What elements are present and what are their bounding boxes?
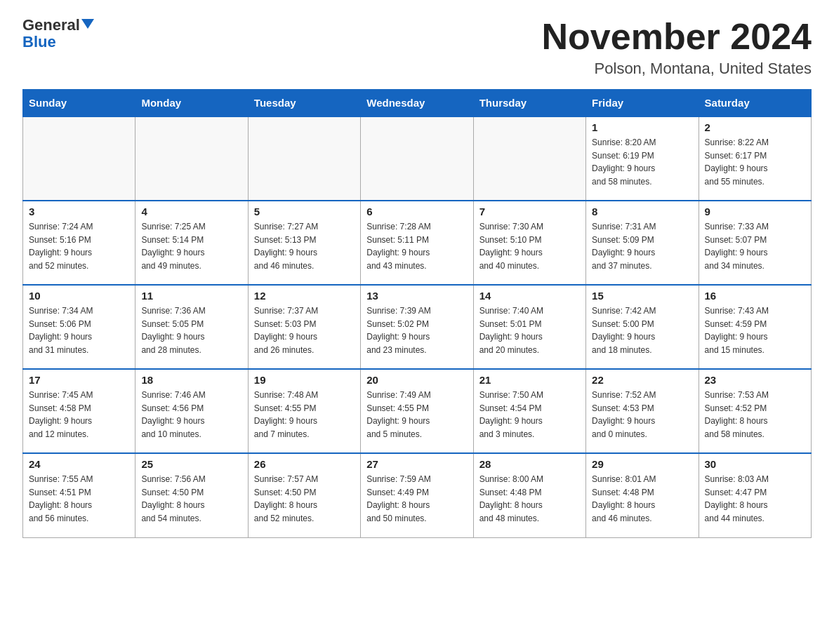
title-block: November 2024 Polson, Montana, United St… [542, 17, 812, 78]
day-number: 9 [705, 206, 805, 217]
day-number: 21 [479, 374, 580, 386]
calendar-cell: 4Sunrise: 7:25 AMSunset: 5:14 PMDaylight… [135, 201, 248, 285]
logo-text: GeneralBlue [22, 17, 94, 51]
month-title: November 2024 [542, 17, 812, 57]
day-info: Sunrise: 7:50 AMSunset: 4:54 PMDaylight:… [479, 389, 580, 441]
day-number: 15 [592, 290, 692, 302]
day-number: 23 [705, 374, 805, 386]
calendar-cell: 15Sunrise: 7:42 AMSunset: 5:00 PMDayligh… [586, 285, 699, 369]
col-header-wednesday: Wednesday [361, 90, 473, 117]
day-number: 19 [254, 374, 355, 386]
day-info: Sunrise: 7:59 AMSunset: 4:49 PMDaylight:… [366, 473, 467, 525]
col-header-saturday: Saturday [699, 90, 811, 117]
day-info: Sunrise: 8:20 AMSunset: 6:19 PMDaylight:… [592, 136, 692, 188]
day-info: Sunrise: 8:00 AMSunset: 4:48 PMDaylight:… [479, 473, 580, 525]
calendar-cell: 2Sunrise: 8:22 AMSunset: 6:17 PMDaylight… [699, 116, 811, 201]
day-info: Sunrise: 7:25 AMSunset: 5:14 PMDaylight:… [141, 220, 241, 272]
calendar-cell: 28Sunrise: 8:00 AMSunset: 4:48 PMDayligh… [473, 453, 585, 537]
day-number: 22 [592, 374, 692, 386]
day-info: Sunrise: 8:01 AMSunset: 4:48 PMDaylight:… [592, 473, 692, 525]
day-info: Sunrise: 7:28 AMSunset: 5:11 PMDaylight:… [366, 220, 467, 272]
calendar-cell: 19Sunrise: 7:48 AMSunset: 4:55 PMDayligh… [248, 369, 360, 453]
day-number: 18 [141, 374, 241, 386]
col-header-monday: Monday [135, 90, 248, 117]
day-number: 2 [705, 121, 805, 133]
day-number: 27 [366, 458, 467, 470]
calendar-cell: 3Sunrise: 7:24 AMSunset: 5:16 PMDaylight… [23, 201, 135, 285]
day-number: 4 [141, 206, 241, 217]
day-number: 16 [705, 290, 805, 302]
day-info: Sunrise: 7:30 AMSunset: 5:10 PMDaylight:… [479, 220, 580, 272]
day-info: Sunrise: 7:36 AMSunset: 5:05 PMDaylight:… [141, 304, 241, 356]
calendar-cell: 24Sunrise: 7:55 AMSunset: 4:51 PMDayligh… [23, 453, 135, 537]
day-info: Sunrise: 7:40 AMSunset: 5:01 PMDaylight:… [479, 304, 580, 356]
day-number: 6 [366, 206, 467, 217]
week-row-4: 17Sunrise: 7:45 AMSunset: 4:58 PMDayligh… [23, 369, 812, 453]
calendar-cell: 29Sunrise: 8:01 AMSunset: 4:48 PMDayligh… [586, 453, 699, 537]
calendar-cell: 30Sunrise: 8:03 AMSunset: 4:47 PMDayligh… [699, 453, 811, 537]
page-header: GeneralBlue November 2024 Polson, Montan… [22, 17, 812, 78]
calendar-cell: 11Sunrise: 7:36 AMSunset: 5:05 PMDayligh… [135, 285, 248, 369]
day-info: Sunrise: 7:24 AMSunset: 5:16 PMDaylight:… [29, 220, 129, 272]
calendar-cell [248, 116, 360, 201]
day-info: Sunrise: 7:27 AMSunset: 5:13 PMDaylight:… [254, 220, 355, 272]
calendar-cell: 22Sunrise: 7:52 AMSunset: 4:53 PMDayligh… [586, 369, 699, 453]
day-number: 17 [29, 374, 129, 386]
week-row-3: 10Sunrise: 7:34 AMSunset: 5:06 PMDayligh… [23, 285, 812, 369]
logo: GeneralBlue [22, 17, 94, 51]
day-number: 13 [366, 290, 467, 302]
calendar-cell [473, 116, 585, 201]
day-number: 1 [592, 121, 692, 133]
day-number: 3 [29, 206, 129, 217]
calendar-cell [361, 116, 473, 201]
day-info: Sunrise: 7:55 AMSunset: 4:51 PMDaylight:… [29, 473, 129, 525]
calendar-cell: 25Sunrise: 7:56 AMSunset: 4:50 PMDayligh… [135, 453, 248, 537]
day-number: 26 [254, 458, 355, 470]
calendar-cell: 7Sunrise: 7:30 AMSunset: 5:10 PMDaylight… [473, 201, 585, 285]
day-number: 12 [254, 290, 355, 302]
day-info: Sunrise: 7:53 AMSunset: 4:52 PMDaylight:… [705, 389, 805, 441]
location: Polson, Montana, United States [542, 60, 812, 78]
calendar-cell [135, 116, 248, 201]
day-number: 10 [29, 290, 129, 302]
day-number: 7 [479, 206, 580, 217]
day-info: Sunrise: 7:48 AMSunset: 4:55 PMDaylight:… [254, 389, 355, 441]
day-info: Sunrise: 7:56 AMSunset: 4:50 PMDaylight:… [141, 473, 241, 525]
calendar-cell: 9Sunrise: 7:33 AMSunset: 5:07 PMDaylight… [699, 201, 811, 285]
calendar-cell: 20Sunrise: 7:49 AMSunset: 4:55 PMDayligh… [361, 369, 473, 453]
col-header-friday: Friday [586, 90, 699, 117]
calendar-cell: 23Sunrise: 7:53 AMSunset: 4:52 PMDayligh… [699, 369, 811, 453]
calendar-cell: 16Sunrise: 7:43 AMSunset: 4:59 PMDayligh… [699, 285, 811, 369]
day-info: Sunrise: 7:46 AMSunset: 4:56 PMDaylight:… [141, 389, 241, 441]
calendar-cell: 21Sunrise: 7:50 AMSunset: 4:54 PMDayligh… [473, 369, 585, 453]
col-header-tuesday: Tuesday [248, 90, 360, 117]
day-info: Sunrise: 7:39 AMSunset: 5:02 PMDaylight:… [366, 304, 467, 356]
day-number: 5 [254, 206, 355, 217]
calendar-cell: 27Sunrise: 7:59 AMSunset: 4:49 PMDayligh… [361, 453, 473, 537]
day-info: Sunrise: 7:37 AMSunset: 5:03 PMDaylight:… [254, 304, 355, 356]
day-number: 11 [141, 290, 241, 302]
week-row-2: 3Sunrise: 7:24 AMSunset: 5:16 PMDaylight… [23, 201, 812, 285]
day-info: Sunrise: 7:43 AMSunset: 4:59 PMDaylight:… [705, 304, 805, 356]
day-number: 29 [592, 458, 692, 470]
day-info: Sunrise: 7:31 AMSunset: 5:09 PMDaylight:… [592, 220, 692, 272]
day-number: 28 [479, 458, 580, 470]
calendar-cell: 1Sunrise: 8:20 AMSunset: 6:19 PMDaylight… [586, 116, 699, 201]
calendar-cell [23, 116, 135, 201]
calendar-cell: 12Sunrise: 7:37 AMSunset: 5:03 PMDayligh… [248, 285, 360, 369]
header-row: SundayMondayTuesdayWednesdayThursdayFrid… [23, 90, 812, 117]
calendar-cell: 26Sunrise: 7:57 AMSunset: 4:50 PMDayligh… [248, 453, 360, 537]
day-info: Sunrise: 7:52 AMSunset: 4:53 PMDaylight:… [592, 389, 692, 441]
day-info: Sunrise: 7:34 AMSunset: 5:06 PMDaylight:… [29, 304, 129, 356]
week-row-5: 24Sunrise: 7:55 AMSunset: 4:51 PMDayligh… [23, 453, 812, 537]
day-info: Sunrise: 7:45 AMSunset: 4:58 PMDaylight:… [29, 389, 129, 441]
day-number: 20 [366, 374, 467, 386]
day-number: 8 [592, 206, 692, 217]
day-info: Sunrise: 7:57 AMSunset: 4:50 PMDaylight:… [254, 473, 355, 525]
day-info: Sunrise: 7:42 AMSunset: 5:00 PMDaylight:… [592, 304, 692, 356]
day-info: Sunrise: 8:22 AMSunset: 6:17 PMDaylight:… [705, 136, 805, 188]
day-info: Sunrise: 8:03 AMSunset: 4:47 PMDaylight:… [705, 473, 805, 525]
calendar-cell: 17Sunrise: 7:45 AMSunset: 4:58 PMDayligh… [23, 369, 135, 453]
col-header-sunday: Sunday [23, 90, 135, 117]
day-number: 30 [705, 458, 805, 470]
